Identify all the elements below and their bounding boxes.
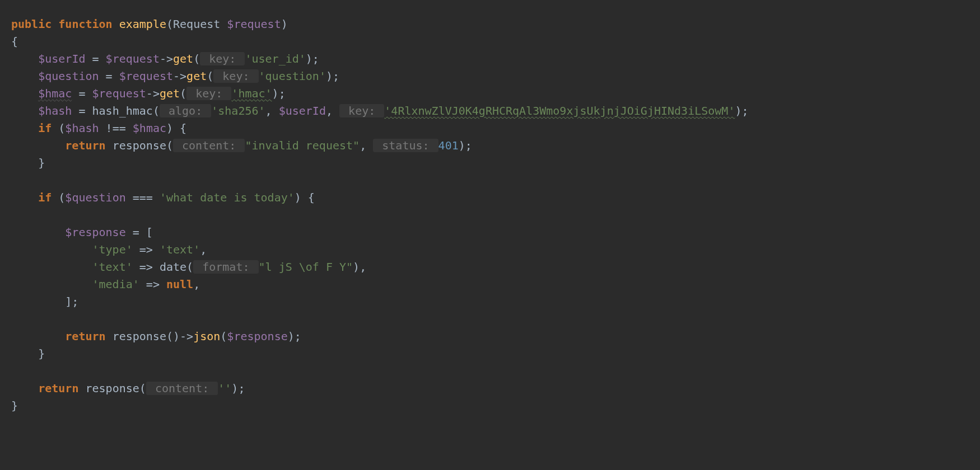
indent (11, 69, 38, 83)
lparen: ( (166, 17, 173, 31)
line-end: ); (306, 52, 319, 65)
param-type: Request (173, 17, 220, 31)
parens: () (166, 330, 180, 343)
string-literal: 'question' (259, 69, 326, 83)
lparen: ( (207, 69, 213, 83)
code-line: $question = $request->get( key: 'questio… (11, 69, 339, 83)
lparen: ( (193, 52, 200, 65)
var-userId: $userId (38, 52, 85, 65)
fn-hash-hmac: hash_hmac (92, 104, 153, 118)
space (220, 17, 227, 31)
assign: = (72, 87, 92, 100)
fat-arrow: => (133, 243, 160, 256)
string-literal: '' (218, 382, 231, 395)
lparen: ( (180, 87, 186, 100)
string-literal: "l jS \of F Y" (259, 260, 353, 274)
code-line: { (11, 35, 18, 48)
operator: !== (99, 121, 133, 135)
code-line: $userId = $request->get( key: 'user_id')… (11, 52, 319, 65)
indent (11, 278, 92, 291)
rparen-brace: ) { (295, 191, 315, 204)
array-key: 'type' (92, 243, 133, 256)
operator: === (126, 191, 160, 204)
param-hint: algo: (160, 104, 211, 118)
lparen: ( (166, 139, 173, 152)
line-end: ); (272, 87, 286, 100)
array-key: 'media' (92, 278, 139, 291)
keyword-return: return (38, 382, 78, 395)
var-hmac: $hmac (38, 87, 72, 100)
indent (11, 243, 92, 256)
var-question: $question (65, 191, 125, 204)
var-question: $question (38, 69, 99, 83)
lparen: ( (186, 260, 193, 274)
indent (11, 87, 38, 100)
keyword-if: if (38, 121, 52, 135)
line-end: ); (459, 139, 472, 152)
keyword-public: public (11, 17, 52, 31)
string-literal: "invalid request" (245, 139, 360, 152)
code-line: $response = [ (11, 225, 153, 239)
assign: = (72, 104, 92, 118)
code-line: } (11, 399, 18, 412)
var-request: $request (119, 69, 173, 83)
method-get: get (186, 69, 207, 83)
keyword-return: return (65, 330, 105, 343)
number-literal: 401 (438, 139, 459, 152)
indent (11, 139, 65, 152)
comma: , (360, 139, 373, 152)
code-line: $hash = hash_hmac( algo: 'sha256', $user… (11, 104, 749, 118)
string-literal: '4RlxnwZlVJ0K4gRHCRqAl3Wmo9xjsUkjnjJOiGj… (384, 104, 735, 118)
keyword-function: function (58, 17, 112, 31)
close-brace: } (11, 399, 18, 412)
var-request: $request (92, 87, 146, 100)
var-userId: $userId (279, 104, 326, 118)
string-literal: 'text' (160, 243, 200, 256)
arrow: -> (160, 52, 173, 65)
code-line: 'text' => date( format: "l jS \of F Y"), (11, 260, 366, 274)
indent (11, 347, 38, 360)
code-line: return response()->json($response); (11, 330, 301, 343)
param-hint: content: (173, 139, 245, 152)
lparen: ( (153, 104, 160, 118)
string-literal: 'hmac' (231, 87, 272, 100)
method-get: get (160, 87, 180, 100)
indent (11, 295, 65, 308)
function-name: example (119, 17, 166, 31)
code-line: return response( content: ''); (11, 382, 245, 395)
indent (11, 156, 38, 170)
lparen: ( (52, 191, 65, 204)
fat-arrow: => (139, 278, 166, 291)
indent (11, 52, 38, 65)
indent (11, 225, 65, 239)
code-line: if ($question === 'what date is today') … (11, 191, 315, 204)
comma: , (326, 104, 339, 118)
space (78, 382, 85, 395)
param-var: $request (227, 17, 281, 31)
comma: , (193, 278, 200, 291)
open-brace: { (11, 35, 18, 48)
comma: , (265, 104, 279, 118)
code-editor[interactable]: public function example(Request $request… (0, 0, 980, 415)
indent (11, 121, 38, 135)
comma: , (200, 243, 207, 256)
code-line: 'type' => 'text', (11, 243, 207, 256)
lparen: ( (220, 330, 227, 343)
param-hint: key: (186, 87, 231, 100)
code-line: } (11, 156, 45, 170)
method-json: json (193, 330, 220, 343)
fat-arrow: => (133, 260, 160, 274)
var-hash: $hash (38, 104, 72, 118)
indent (11, 382, 38, 395)
arrow: -> (173, 69, 186, 83)
method-get: get (173, 52, 193, 65)
rparen: ) (281, 17, 288, 31)
code-line: return response( content: "invalid reque… (11, 139, 472, 152)
assign-array: = [ (126, 225, 153, 239)
fn-date: date (160, 260, 186, 274)
assign: = (85, 52, 105, 65)
rparen-brace: ) { (166, 121, 186, 135)
param-hint: key: (200, 52, 245, 65)
line-end: ); (288, 330, 301, 343)
param-hint: key: (339, 104, 384, 118)
